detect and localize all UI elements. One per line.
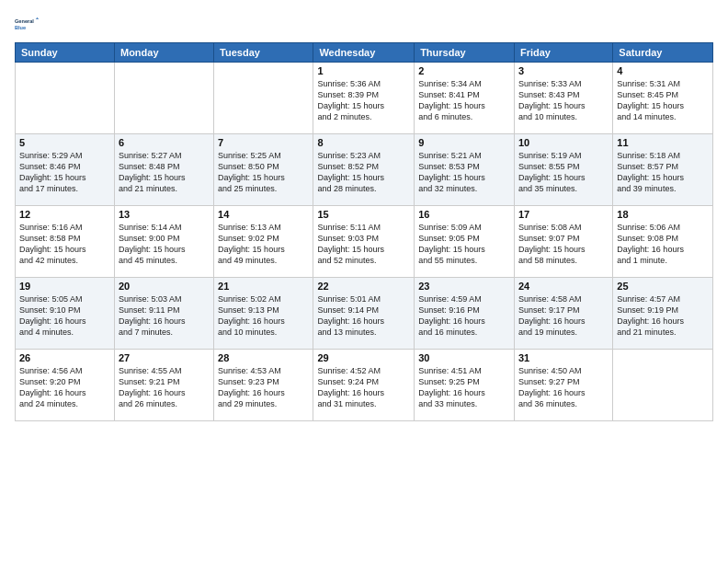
- day-number: 7: [218, 137, 309, 148]
- day-info: Sunrise: 4:59 AM Sunset: 9:16 PM Dayligh…: [418, 293, 510, 339]
- calendar-day-cell: 31Sunrise: 4:50 AM Sunset: 9:27 PM Dayli…: [514, 350, 612, 421]
- calendar-day-cell: 1Sunrise: 5:36 AM Sunset: 8:39 PM Daylig…: [313, 63, 415, 134]
- day-number: 25: [617, 281, 709, 292]
- logo-icon: GeneralBlue: [15, 11, 40, 37]
- day-info: Sunrise: 5:31 AM Sunset: 8:45 PM Dayligh…: [617, 78, 709, 123]
- calendar-table: SundayMondayTuesdayWednesdayThursdayFrid…: [15, 42, 713, 421]
- calendar-week-row: 5Sunrise: 5:29 AM Sunset: 8:46 PM Daylig…: [16, 134, 713, 206]
- calendar-header-row: SundayMondayTuesdayWednesdayThursdayFrid…: [16, 43, 713, 63]
- calendar-day-cell: [613, 350, 713, 421]
- calendar-day-cell: 8Sunrise: 5:23 AM Sunset: 8:52 PM Daylig…: [313, 134, 415, 206]
- day-info: Sunrise: 5:14 AM Sunset: 9:00 PM Dayligh…: [119, 222, 210, 267]
- day-info: Sunrise: 5:01 AM Sunset: 9:14 PM Dayligh…: [317, 293, 410, 339]
- day-of-week-header: Tuesday: [214, 43, 313, 63]
- calendar-day-cell: 29Sunrise: 4:52 AM Sunset: 9:24 PM Dayli…: [313, 350, 415, 421]
- day-info: Sunrise: 4:58 AM Sunset: 9:17 PM Dayligh…: [518, 293, 609, 339]
- day-number: 22: [317, 281, 410, 292]
- calendar-day-cell: 10Sunrise: 5:19 AM Sunset: 8:55 PM Dayli…: [514, 134, 612, 206]
- calendar-day-cell: 17Sunrise: 5:08 AM Sunset: 9:07 PM Dayli…: [514, 206, 612, 278]
- day-number: 4: [617, 65, 709, 76]
- day-info: Sunrise: 4:55 AM Sunset: 9:21 PM Dayligh…: [119, 365, 210, 410]
- day-info: Sunrise: 4:57 AM Sunset: 9:19 PM Dayligh…: [617, 293, 709, 339]
- calendar-day-cell: 27Sunrise: 4:55 AM Sunset: 9:21 PM Dayli…: [114, 350, 213, 421]
- calendar-day-cell: 14Sunrise: 5:13 AM Sunset: 9:02 PM Dayli…: [214, 206, 313, 278]
- day-number: 5: [19, 137, 110, 148]
- calendar-day-cell: 16Sunrise: 5:09 AM Sunset: 9:05 PM Dayli…: [415, 206, 515, 278]
- day-of-week-header: Wednesday: [313, 43, 415, 63]
- calendar-week-row: 26Sunrise: 4:56 AM Sunset: 9:20 PM Dayli…: [16, 350, 713, 421]
- calendar-day-cell: [114, 63, 213, 134]
- calendar-week-row: 12Sunrise: 5:16 AM Sunset: 8:58 PM Dayli…: [16, 206, 713, 278]
- calendar-day-cell: 2Sunrise: 5:34 AM Sunset: 8:41 PM Daylig…: [415, 63, 515, 134]
- day-of-week-header: Saturday: [613, 43, 713, 63]
- svg-marker-2: [36, 17, 40, 19]
- calendar-day-cell: 20Sunrise: 5:03 AM Sunset: 9:11 PM Dayli…: [114, 278, 213, 350]
- calendar-day-cell: 5Sunrise: 5:29 AM Sunset: 8:46 PM Daylig…: [16, 134, 115, 206]
- day-info: Sunrise: 4:56 AM Sunset: 9:20 PM Dayligh…: [19, 365, 110, 410]
- day-info: Sunrise: 5:05 AM Sunset: 9:10 PM Dayligh…: [19, 293, 110, 339]
- logo: GeneralBlue: [15, 11, 42, 37]
- calendar-day-cell: 11Sunrise: 5:18 AM Sunset: 8:57 PM Dayli…: [613, 134, 713, 206]
- calendar-day-cell: 6Sunrise: 5:27 AM Sunset: 8:48 PM Daylig…: [114, 134, 213, 206]
- day-number: 19: [19, 281, 110, 292]
- day-number: 29: [317, 352, 410, 363]
- calendar-body: 1Sunrise: 5:36 AM Sunset: 8:39 PM Daylig…: [16, 63, 713, 421]
- calendar-day-cell: 18Sunrise: 5:06 AM Sunset: 9:08 PM Dayli…: [613, 206, 713, 278]
- day-info: Sunrise: 4:51 AM Sunset: 9:25 PM Dayligh…: [418, 365, 510, 410]
- day-info: Sunrise: 5:06 AM Sunset: 9:08 PM Dayligh…: [617, 222, 709, 267]
- calendar-day-cell: 23Sunrise: 4:59 AM Sunset: 9:16 PM Dayli…: [415, 278, 515, 350]
- day-of-week-header: Sunday: [16, 43, 115, 63]
- day-number: 26: [19, 352, 110, 363]
- header: GeneralBlue: [15, 11, 713, 37]
- day-number: 11: [617, 137, 709, 148]
- day-number: 2: [418, 65, 510, 76]
- day-info: Sunrise: 5:09 AM Sunset: 9:05 PM Dayligh…: [418, 222, 510, 267]
- calendar-day-cell: [16, 63, 115, 134]
- day-number: 31: [518, 352, 609, 363]
- calendar-day-cell: 30Sunrise: 4:51 AM Sunset: 9:25 PM Dayli…: [415, 350, 515, 421]
- calendar-day-cell: 9Sunrise: 5:21 AM Sunset: 8:53 PM Daylig…: [415, 134, 515, 206]
- day-info: Sunrise: 4:50 AM Sunset: 9:27 PM Dayligh…: [518, 365, 609, 410]
- day-number: 28: [218, 352, 309, 363]
- day-number: 18: [617, 209, 709, 220]
- calendar-day-cell: 19Sunrise: 5:05 AM Sunset: 9:10 PM Dayli…: [16, 278, 115, 350]
- day-info: Sunrise: 5:23 AM Sunset: 8:52 PM Dayligh…: [317, 150, 410, 195]
- day-number: 1: [317, 65, 410, 76]
- day-info: Sunrise: 5:03 AM Sunset: 9:11 PM Dayligh…: [119, 293, 210, 339]
- calendar-day-cell: 24Sunrise: 4:58 AM Sunset: 9:17 PM Dayli…: [514, 278, 612, 350]
- calendar-day-cell: 25Sunrise: 4:57 AM Sunset: 9:19 PM Dayli…: [613, 278, 713, 350]
- day-of-week-header: Thursday: [415, 43, 515, 63]
- day-number: 8: [317, 137, 410, 148]
- calendar-day-cell: 4Sunrise: 5:31 AM Sunset: 8:45 PM Daylig…: [613, 63, 713, 134]
- calendar-day-cell: 15Sunrise: 5:11 AM Sunset: 9:03 PM Dayli…: [313, 206, 415, 278]
- calendar-day-cell: 13Sunrise: 5:14 AM Sunset: 9:00 PM Dayli…: [114, 206, 213, 278]
- day-info: Sunrise: 5:36 AM Sunset: 8:39 PM Dayligh…: [317, 78, 410, 123]
- calendar-day-cell: 26Sunrise: 4:56 AM Sunset: 9:20 PM Dayli…: [16, 350, 115, 421]
- calendar-week-row: 19Sunrise: 5:05 AM Sunset: 9:10 PM Dayli…: [16, 278, 713, 350]
- calendar-day-cell: 28Sunrise: 4:53 AM Sunset: 9:23 PM Dayli…: [214, 350, 313, 421]
- calendar-day-cell: 22Sunrise: 5:01 AM Sunset: 9:14 PM Dayli…: [313, 278, 415, 350]
- svg-text:General: General: [15, 18, 34, 24]
- day-info: Sunrise: 5:13 AM Sunset: 9:02 PM Dayligh…: [218, 222, 309, 267]
- day-info: Sunrise: 5:08 AM Sunset: 9:07 PM Dayligh…: [518, 222, 609, 267]
- day-number: 6: [119, 137, 210, 148]
- day-number: 12: [19, 209, 110, 220]
- day-number: 16: [418, 209, 510, 220]
- calendar-week-row: 1Sunrise: 5:36 AM Sunset: 8:39 PM Daylig…: [16, 63, 713, 134]
- day-info: Sunrise: 5:18 AM Sunset: 8:57 PM Dayligh…: [617, 150, 709, 195]
- day-info: Sunrise: 5:33 AM Sunset: 8:43 PM Dayligh…: [518, 78, 609, 123]
- calendar-day-cell: 21Sunrise: 5:02 AM Sunset: 9:13 PM Dayli…: [214, 278, 313, 350]
- day-number: 9: [418, 137, 510, 148]
- calendar-page: GeneralBlue SundayMondayTuesdayWednesday…: [0, 0, 728, 432]
- day-info: Sunrise: 5:34 AM Sunset: 8:41 PM Dayligh…: [418, 78, 510, 123]
- day-info: Sunrise: 5:16 AM Sunset: 8:58 PM Dayligh…: [19, 222, 110, 267]
- day-info: Sunrise: 5:21 AM Sunset: 8:53 PM Dayligh…: [418, 150, 510, 195]
- day-number: 20: [119, 281, 210, 292]
- day-number: 30: [418, 352, 510, 363]
- day-info: Sunrise: 5:27 AM Sunset: 8:48 PM Dayligh…: [119, 150, 210, 195]
- day-info: Sunrise: 5:02 AM Sunset: 9:13 PM Dayligh…: [218, 293, 309, 339]
- day-number: 3: [518, 65, 609, 76]
- day-of-week-header: Friday: [514, 43, 612, 63]
- day-number: 10: [518, 137, 609, 148]
- day-info: Sunrise: 4:52 AM Sunset: 9:24 PM Dayligh…: [317, 365, 410, 410]
